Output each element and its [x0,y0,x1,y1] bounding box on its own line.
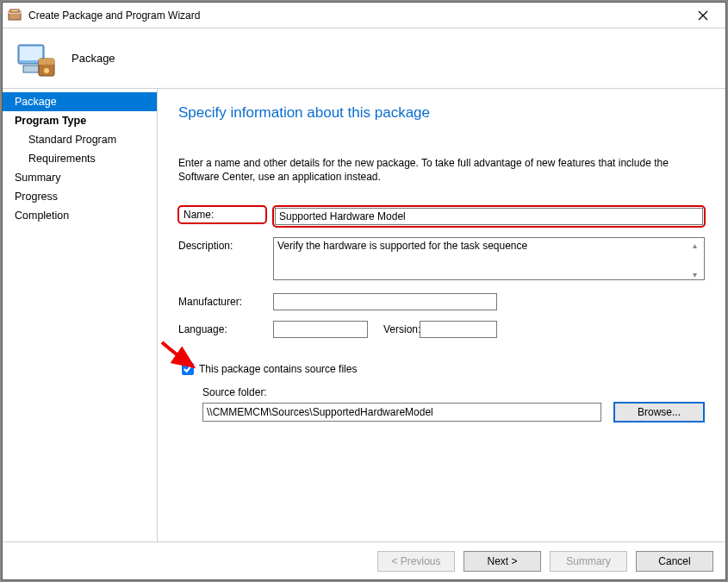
language-input[interactable] [273,321,368,338]
footer: < Previous Next > Summary Cancel [3,541,725,579]
manufacturer-input[interactable] [273,293,497,310]
sidebar: Package Program Type Standard Program Re… [3,89,158,541]
content-pane: Specify information about this package E… [158,89,725,541]
nav-package[interactable]: Package [3,92,157,111]
source-files-label[interactable]: This package contains source files [199,363,357,375]
nav-program-type[interactable]: Program Type [3,111,157,130]
source-files-row: This package contains source files [178,360,705,378]
name-row: Name: [178,206,705,227]
svg-point-8 [44,68,49,73]
language-label: Language: [178,321,273,335]
instructions-text: Enter a name and other details for the n… [178,156,704,184]
previous-button: < Previous [377,551,455,572]
svg-rect-7 [39,59,54,65]
nav-summary[interactable]: Summary [3,168,157,187]
description-input[interactable] [273,237,705,280]
close-button[interactable] [686,3,720,28]
name-input[interactable] [275,208,703,225]
description-label: Description: [178,237,273,252]
manufacturer-label: Manufacturer: [178,293,273,308]
header-label: Package [72,52,115,65]
titlebar: Create Package and Program Wizard [3,3,725,28]
wizard-body: Package Program Type Standard Program Re… [3,89,725,541]
svg-rect-5 [23,66,39,72]
version-label: Version: [368,321,420,335]
package-icon [15,38,56,79]
name-input-wrap [273,206,705,227]
nav-completion[interactable]: Completion [3,206,157,225]
next-button[interactable]: Next > [464,551,541,572]
language-row: Language: Version: [178,321,705,338]
name-label: Name: [178,206,266,223]
description-row: Description: ▴▾ [178,237,705,283]
cancel-button[interactable]: Cancel [636,551,713,572]
svg-rect-4 [20,47,42,60]
source-folder-block: Source folder: Browse... [202,386,705,422]
version-input[interactable] [420,321,497,338]
browse-button[interactable]: Browse... [613,402,705,422]
nav-progress[interactable]: Progress [3,187,157,206]
wizard-header: Package [3,28,725,89]
nav-standard-program[interactable]: Standard Program [3,130,157,149]
source-folder-input[interactable] [202,403,601,422]
app-icon [8,9,22,22]
source-files-checkbox[interactable] [182,363,194,375]
nav-requirements[interactable]: Requirements [3,149,157,168]
source-folder-label: Source folder: [202,386,705,398]
wizard-window: Create Package and Program Wizard Packag… [2,2,726,580]
page-title: Specify information about this package [178,104,705,122]
manufacturer-row: Manufacturer: [178,293,705,310]
window-title: Create Package and Program Wizard [28,9,686,22]
summary-button: Summary [550,551,627,572]
svg-rect-2 [10,9,19,12]
